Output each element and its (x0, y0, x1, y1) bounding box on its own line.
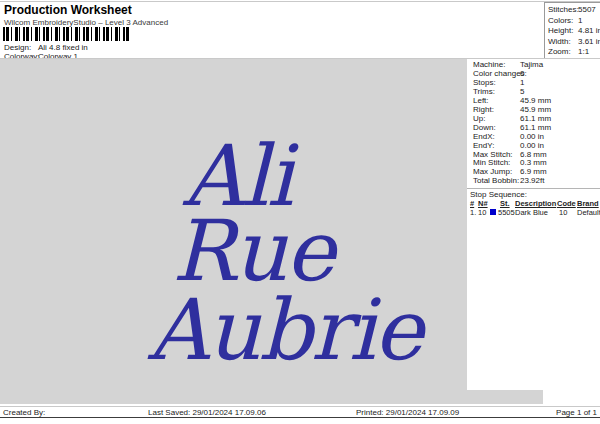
page-title: Production Worksheet (4, 3, 132, 17)
production-worksheet-page: Production Worksheet Wilcom EmbroiderySt… (0, 0, 600, 424)
design-preview-canvas: Ali Rue Aubrie (0, 59, 467, 404)
footer-separator-line (0, 406, 600, 407)
design-summary-box: Stitches:5507 Colors:1 Height:4.81 in Wi… (544, 2, 600, 61)
design-label: Design: (4, 43, 38, 52)
machine-info-panel: Machine:Tajima Color changes:0 Stops:1 T… (467, 59, 600, 390)
summary-row-zoom: Zoom:1:1 (548, 47, 600, 58)
design-value: Ali 4.8 fixed in (38, 43, 88, 52)
barcode-icon (3, 27, 130, 41)
summary-row-colors: Colors:1 (548, 16, 600, 27)
app-subtitle: Wilcom EmbroideryStudio – Level 3 Advanc… (4, 18, 168, 27)
footer-bottom-line (0, 417, 600, 418)
machine-info-list: Machine:Tajima Color changes:0 Stops:1 T… (467, 59, 600, 186)
top-border-line (0, 1, 600, 2)
summary-row-height: Height:4.81 in (548, 26, 600, 37)
footer-last-saved: Last Saved: 29/01/2024 17.09.06 (148, 408, 266, 417)
thread-color-swatch (490, 209, 496, 215)
design-preview-canvas-bottom (467, 390, 543, 404)
summary-row-stitches: Stitches:5507 (548, 5, 600, 16)
footer-printed: Printed: 29/01/2024 17.09.09 (356, 408, 459, 417)
info-row-total-bobbin: Total Bobbin:23.92ft (473, 177, 600, 186)
stop-sequence-row: 1. 10 5505 Dark Blue 10 Default (467, 208, 600, 217)
stop-sequence-title: Stop Sequence: (467, 189, 600, 199)
design-name-row: Design:Ali 4.8 fixed in (4, 43, 88, 52)
footer-created-by: Created By: (3, 408, 45, 417)
embroidery-design-image: Ali Rue Aubrie (0, 59, 467, 404)
stop-sequence-header-row: # N# St. Description Code Brand (467, 199, 600, 208)
summary-row-width: Width:3.61 in (548, 37, 600, 48)
stitch-word-aubrie: Aubrie (147, 281, 428, 379)
footer-page-number: Page 1 of 1 (556, 408, 597, 417)
